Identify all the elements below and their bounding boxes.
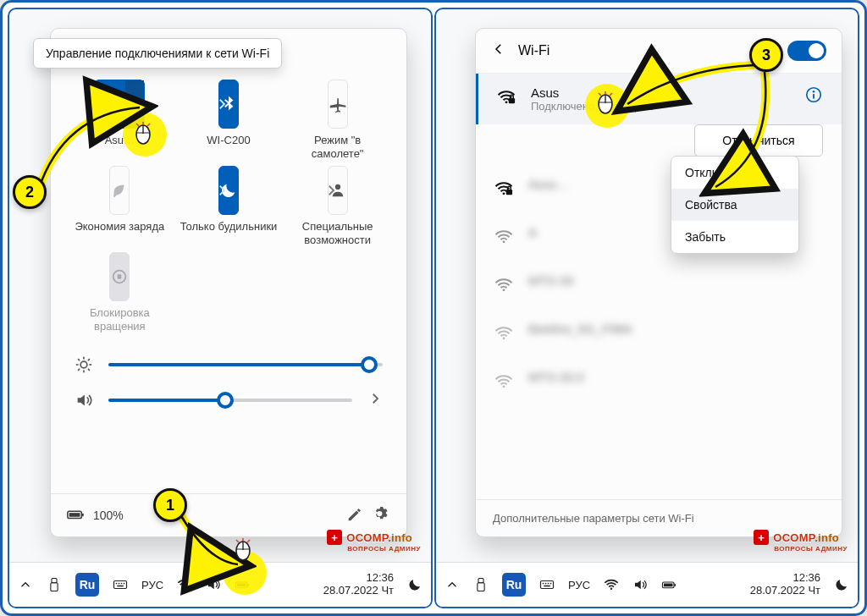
chevron-up-icon[interactable] [445, 577, 460, 592]
keyboard-icon[interactable] [113, 577, 128, 592]
keyboard-icon[interactable] [539, 577, 555, 592]
language-text[interactable]: РУС [568, 579, 590, 591]
brightness-slider[interactable] [75, 355, 383, 374]
volume-slider[interactable] [75, 391, 383, 410]
step-badge-2: 2 [13, 175, 47, 209]
wifi-lock-icon [497, 88, 519, 110]
settings-button[interactable] [373, 505, 391, 526]
battery-saver-label: Экономия заряда [75, 220, 164, 249]
focus-tray-icon[interactable] [834, 577, 849, 592]
bluetooth-tile-label: WI-C200 [207, 134, 250, 162]
battery-percent: 100% [93, 509, 124, 522]
info-icon[interactable] [804, 85, 823, 107]
volume-tray-icon[interactable] [206, 577, 221, 592]
back-button[interactable] [491, 41, 506, 60]
taskbar-clock[interactable]: 12:3628.07.2022 Чт [750, 572, 820, 597]
chevron-right-icon[interactable] [323, 183, 339, 198]
volume-icon [75, 391, 93, 410]
watermark: +OCOMP.infoВОПРОСЫ АДМИНУ [754, 530, 848, 553]
chevron-right-icon[interactable] [214, 183, 229, 198]
focus-tile[interactable] [218, 166, 239, 215]
wifi-network-item[interactable]: MTS-33.5 [476, 358, 842, 406]
airplane-tile[interactable] [328, 80, 348, 129]
bluetooth-tile[interactable] [218, 80, 239, 129]
language-text[interactable]: РУС [141, 579, 163, 591]
battery-plug-icon [66, 505, 85, 526]
edit-button[interactable] [345, 505, 364, 526]
wifi-tray-icon[interactable] [604, 577, 619, 592]
wifi-network-item[interactable]: Beeline_5G_F98A [476, 310, 842, 358]
mouse-click-icon [233, 537, 253, 564]
rotation-lock-label: Блокировка вращения [69, 306, 170, 335]
focus-tile-label: Только будильники [180, 220, 278, 249]
ctx-forget[interactable]: Забыть [671, 221, 798, 253]
step-badge-3: 3 [749, 38, 783, 72]
battery-tray-icon[interactable] [661, 577, 676, 592]
accessibility-tile[interactable] [328, 166, 348, 215]
sun-icon [75, 355, 93, 374]
mouse-click-icon [595, 91, 616, 118]
language-badge[interactable]: Ru [75, 573, 99, 597]
wifi-icon [494, 324, 516, 346]
wifi-icon [494, 228, 516, 250]
wifi-panel-title: Wi-Fi [518, 43, 549, 58]
accessibility-tile-label: Специальные возможности [287, 220, 388, 249]
usb-icon[interactable] [473, 577, 489, 592]
volume-tray-icon[interactable] [632, 577, 648, 592]
usb-icon[interactable] [47, 577, 62, 592]
wifi-tooltip: Управление подключениями к сети Wi-Fi [33, 38, 282, 69]
step-badge-1: 1 [153, 488, 187, 522]
chevron-right-icon[interactable] [367, 391, 383, 410]
wifi-lock-icon [494, 179, 516, 201]
mouse-click-icon [133, 121, 153, 148]
focus-tray-icon[interactable] [407, 577, 422, 592]
taskbar: Ru РУС 12:3628.07.2022 Чт [436, 562, 858, 607]
rotation-lock-icon [110, 267, 129, 286]
wifi-icon [494, 276, 516, 298]
watermark: +OCOMP.infoВОПРОСЫ АДМИНУ [327, 530, 421, 553]
wifi-icon [494, 372, 516, 394]
chevron-right-icon[interactable] [214, 96, 229, 112]
airplane-icon [329, 95, 347, 113]
wifi-tray-icon[interactable] [177, 577, 192, 592]
chevron-up-icon[interactable] [18, 577, 33, 592]
wifi-network-item[interactable]: MTS-33 [476, 261, 842, 310]
rotation-lock-tile[interactable] [109, 252, 130, 301]
airplane-tile-label: Режим "в самолете" [287, 134, 388, 162]
wifi-toggle[interactable] [787, 41, 826, 61]
taskbar-clock[interactable]: 12:3628.07.2022 Чт [323, 572, 394, 597]
language-badge[interactable]: Ru [502, 573, 526, 597]
